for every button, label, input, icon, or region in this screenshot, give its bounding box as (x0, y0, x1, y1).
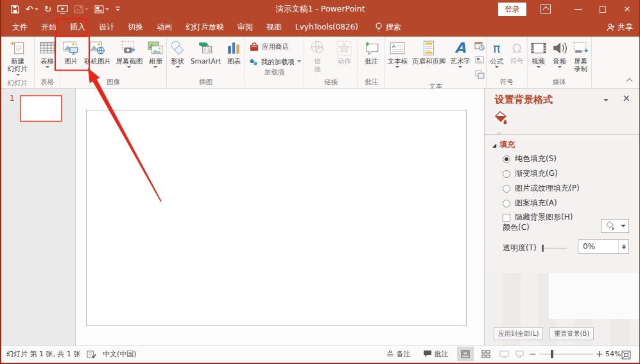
tab-file[interactable]: 文件 (6, 18, 34, 37)
apply-to-all-button[interactable]: 应用到全部(L) (494, 327, 543, 340)
tab-insert[interactable]: 插入 (64, 18, 92, 37)
shapes-button[interactable]: 形状 (169, 39, 187, 71)
slide-number-button[interactable] (474, 55, 485, 67)
screenshot-dropdown-icon[interactable] (127, 66, 131, 70)
zoom-slider-thumb[interactable] (551, 350, 553, 358)
transparency-value[interactable]: 0% (578, 242, 618, 251)
smartart-icon (197, 39, 214, 57)
equation-dropdown-icon[interactable] (495, 66, 499, 70)
equation-button[interactable]: π 公式 (489, 39, 504, 71)
comments-toggle[interactable]: 批注 (423, 346, 449, 362)
radio-icon[interactable] (503, 155, 510, 163)
checkbox-hide-background[interactable]: 隐藏背景图形(H) (503, 212, 573, 223)
object-button[interactable] (474, 69, 485, 82)
maximize-button[interactable]: □ (591, 0, 615, 18)
section-expand-icon[interactable]: ◢ (492, 143, 496, 148)
audio-button[interactable]: 音频 (551, 39, 569, 71)
color-bucket-icon (605, 221, 615, 231)
transparency-spinbox[interactable]: 0% (578, 239, 629, 254)
tab-home[interactable]: 开始 (35, 18, 63, 37)
color-picker-button[interactable] (601, 219, 629, 233)
new-slide-dropdown-icon[interactable] (16, 74, 20, 78)
close-button[interactable]: × (615, 0, 639, 18)
collapse-ribbon-icon[interactable] (627, 78, 633, 83)
spellcheck-icon[interactable] (87, 349, 96, 364)
new-comment-icon (363, 39, 380, 57)
link-icon (309, 39, 326, 57)
group-label-media: 媒体 (528, 77, 591, 88)
pictures-button[interactable]: 图片 (62, 39, 80, 65)
new-comment-button[interactable]: 批注 (363, 39, 381, 65)
smartart-button[interactable]: SmartArt (190, 39, 221, 65)
notes-toggle[interactable]: 备注 (386, 346, 411, 362)
tab-transitions[interactable]: 切换 (121, 18, 150, 37)
tab-animations[interactable]: 动画 (150, 18, 178, 37)
tell-me-search[interactable]: 搜索 (375, 18, 401, 37)
slide-thumbnail-1[interactable] (20, 95, 62, 122)
radio-icon[interactable] (503, 170, 510, 178)
online-pictures-button[interactable]: 联机图片 (83, 39, 112, 65)
tab-design[interactable]: 设计 (92, 18, 121, 37)
slideshow-view-button[interactable] (511, 347, 528, 361)
store-button[interactable]: 应用商店 (249, 42, 301, 52)
audio-dropdown-icon[interactable] (558, 66, 562, 70)
zoom-percentage[interactable]: 54% (605, 346, 621, 362)
slide-counter[interactable]: 幻灯片 第 1 张, 共 1 张 (6, 346, 80, 362)
video-dropdown-icon[interactable] (537, 66, 541, 70)
share-button[interactable]: 共享 (607, 18, 633, 37)
photo-album-dropdown-icon[interactable] (153, 66, 157, 70)
transparency-slider-track[interactable] (544, 248, 567, 248)
color-dropdown-icon[interactable] (621, 225, 626, 230)
checkbox-icon[interactable] (503, 214, 510, 221)
ribbon-tab-row: 文件 开始 插入 设计 切换 动画 幻灯片放映 审阅 视图 LvyhTools(… (1, 18, 639, 37)
tab-lvyhtools[interactable]: LvyhTools(0826) (289, 18, 365, 37)
video-button[interactable]: 视频 (530, 39, 548, 71)
fit-slide-to-window-icon[interactable] (621, 349, 631, 364)
radio-solid-fill[interactable]: 纯色填充(S) (503, 153, 557, 164)
slide-canvas[interactable] (86, 110, 467, 326)
spin-up-icon[interactable] (622, 243, 626, 247)
radio-pattern-fill[interactable]: 图案填充(A) (503, 198, 557, 209)
reading-view-button[interactable] (496, 347, 512, 361)
radio-picture-fill[interactable]: 图片或纹理填充(P) (503, 183, 580, 194)
table-dropdown-icon[interactable] (46, 66, 49, 70)
fill-bucket-icon[interactable] (494, 110, 508, 128)
radio-icon[interactable] (503, 185, 510, 193)
zoom-out-button[interactable]: − (529, 346, 537, 362)
zoom-slider-track[interactable] (539, 354, 593, 354)
my-addins-dropdown-icon[interactable] (297, 60, 301, 64)
chart-button[interactable]: 图表 (225, 39, 243, 65)
normal-view-button[interactable] (457, 347, 474, 361)
panel-dropdown-icon[interactable] (603, 99, 609, 104)
ribbon-display-options-icon[interactable] (541, 4, 551, 13)
table-button[interactable]: 表格 (39, 39, 56, 71)
slide-sorter-view-button[interactable] (478, 347, 494, 361)
wordart-button[interactable]: A 艺术字 (449, 39, 471, 71)
login-button[interactable]: 登录 (498, 3, 526, 16)
my-addins-button[interactable]: 我的加载项 (249, 57, 301, 67)
tab-slideshow[interactable]: 幻灯片放映 (179, 18, 230, 37)
panel-close-icon[interactable]: × (622, 92, 630, 104)
minimize-button[interactable]: — (566, 0, 591, 18)
textbox-dropdown-icon[interactable] (395, 66, 399, 70)
spin-down-icon[interactable] (622, 247, 626, 251)
shapes-dropdown-icon[interactable] (176, 66, 180, 70)
reset-background-button[interactable]: 重置背景(B) (549, 327, 594, 340)
radio-gradient-fill[interactable]: 渐变填充(G) (503, 168, 558, 179)
wordart-dropdown-icon[interactable] (458, 66, 462, 70)
photo-album-button[interactable]: 相册 (146, 39, 164, 71)
screenshot-button[interactable]: 屏幕截图 (115, 39, 143, 71)
new-slide-button[interactable]: 新建 幻灯片 (7, 39, 29, 78)
screen-record-button[interactable]: 屏幕 录制 (572, 39, 590, 73)
group-label-tables: 表格 (35, 77, 60, 88)
online-pictures-icon (89, 39, 106, 57)
textbox-button[interactable]: A 文本框 (386, 39, 408, 71)
language-indicator[interactable]: 中文(中国) (103, 346, 137, 362)
header-footer-button[interactable]: 页眉和页脚 (411, 39, 447, 65)
radio-icon[interactable] (503, 200, 510, 207)
fill-section-header[interactable]: ◢填充 (492, 139, 515, 150)
tab-review[interactable]: 审阅 (231, 18, 259, 37)
zoom-in-button[interactable]: + (596, 346, 603, 362)
tab-view[interactable]: 视图 (260, 18, 288, 37)
date-time-button[interactable] (474, 41, 485, 53)
